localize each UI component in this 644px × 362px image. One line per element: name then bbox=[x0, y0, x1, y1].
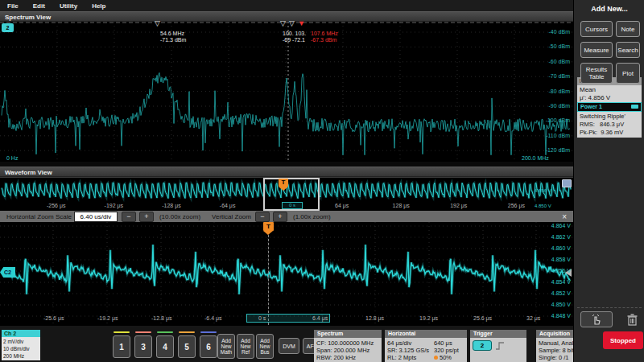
spectrum-plot[interactable]: 2 ▽ ▽ ▽ ▼ 54.6 MHz -71.3 dBm 100. 103. -… bbox=[0, 22, 573, 162]
add-new-math-button[interactable]: AddNewMath bbox=[217, 334, 235, 359]
ch2-badge-line: 2 mV/div bbox=[3, 338, 39, 345]
add-new-label-line: Add bbox=[221, 338, 231, 343]
spectrum-dbm-label: -90 dBm bbox=[549, 103, 570, 109]
marker-a-icon[interactable]: ▽ bbox=[155, 20, 160, 27]
main-tick-label: 32 μs bbox=[526, 315, 540, 322]
spectrum-badge-header: Spectrum bbox=[314, 330, 382, 338]
sidebar-divider bbox=[577, 307, 642, 308]
overview-tick-label: -128 μs bbox=[162, 203, 181, 209]
spectrum-view-title[interactable]: Spectrum View bbox=[0, 11, 573, 22]
add-new-label-line: Ref bbox=[242, 349, 250, 355]
horizontal-zoom-scale-input[interactable] bbox=[74, 212, 118, 222]
channel-4-button[interactable]: 4 bbox=[156, 335, 174, 358]
channel-color-line bbox=[157, 331, 173, 333]
overview-trigger-flag[interactable]: T bbox=[279, 179, 288, 191]
waveform-view-title[interactable]: Waveform View bbox=[0, 167, 573, 177]
spectrum-badge-line: Span: 200.000 MHz bbox=[316, 347, 379, 354]
overview-zoom-icon[interactable] bbox=[562, 179, 572, 187]
spectrum-trace-handle[interactable]: 2 bbox=[2, 23, 14, 32]
menu-help[interactable]: Help bbox=[85, 2, 113, 10]
channel-color-line bbox=[179, 331, 195, 333]
spectrum-dbm-label: -100 dBm bbox=[546, 117, 570, 124]
sidebar-search-button[interactable]: Search bbox=[616, 42, 640, 58]
sidebar-measure-button[interactable]: Measure bbox=[580, 42, 613, 58]
horizontal-badge[interactable]: Horizontal64 μs/div640 μsSR: 3.125 GS/s3… bbox=[385, 330, 467, 362]
sidebar-results-table-button[interactable]: Results Table bbox=[580, 63, 613, 84]
menu-edit[interactable]: Edit bbox=[26, 2, 52, 10]
horizontal-col2-text: 50% bbox=[440, 354, 452, 361]
sidebar-note-button[interactable]: Note bbox=[616, 21, 640, 37]
menu-file[interactable]: File bbox=[0, 2, 26, 10]
sidebar-cursors-button[interactable]: Cursors bbox=[580, 21, 613, 37]
spectrum-dbm-label: -70 dBm bbox=[549, 73, 570, 80]
trigger-badge-body: 2 bbox=[470, 338, 526, 362]
oscilloscope-app: FileEditUtilityHelp Spectrum View 2 ▽ ▽ … bbox=[0, 0, 644, 362]
main-tick-label: 19.2 μs bbox=[419, 315, 438, 322]
close-zoom-bar-icon[interactable]: × bbox=[562, 212, 567, 221]
ch2-badge-line: 10 dBm/div bbox=[3, 345, 39, 352]
add-new-label-line: Add bbox=[260, 338, 270, 343]
main-volt-label: 4.864 V bbox=[551, 223, 571, 229]
spectrum-dbm-label: -60 dBm bbox=[549, 59, 570, 65]
zoom-window-position-label: 0 s bbox=[282, 202, 303, 209]
waveform-overview-strip[interactable]: T 0 s -256 μs-192 μs-128 μs-64 μs64 μs12… bbox=[0, 177, 573, 211]
dvm-button[interactable]: DVM bbox=[279, 338, 299, 354]
main-volt-label: 4.852 V bbox=[551, 290, 571, 297]
touch-hand-icon bbox=[591, 314, 602, 325]
sidebar-plot-button[interactable]: Plot bbox=[616, 63, 640, 84]
ch2-badge-line: 200 MHz bbox=[3, 352, 39, 360]
trigger-source-pill[interactable]: 2 bbox=[473, 340, 492, 351]
power1-badge[interactable]: Power 1 Switching Ripple' RMS: 846.3 μV … bbox=[577, 102, 642, 138]
main-volt-label: 4.858 V bbox=[551, 257, 571, 263]
main-tick-label: 6.4 μs bbox=[312, 315, 328, 322]
zoom-control-bar: Horizontal Zoom Scale − + (10.00x zoom) … bbox=[0, 211, 573, 222]
h-zoom-in-button[interactable]: + bbox=[139, 212, 154, 222]
overview-tick-label: -192 μs bbox=[105, 203, 124, 209]
ch2-badge[interactable]: Ch 22 mV/div10 dBm/div200 MHz bbox=[2, 330, 40, 360]
overview-tick-label: 64 μs bbox=[335, 203, 349, 209]
spectrum-badge-line: RBW: 200 kHz bbox=[316, 354, 379, 361]
main-tick-label: -25.6 μs bbox=[43, 315, 64, 322]
overview-tick-label: -64 μs bbox=[220, 203, 236, 209]
trigger-badge[interactable]: Trigger2 bbox=[470, 330, 526, 362]
channel-5-button[interactable]: 5 bbox=[178, 335, 196, 358]
marker-cluster-readout: 100. 103. -69 -72.1 bbox=[283, 31, 306, 43]
marker-c-icon[interactable]: ▽ bbox=[289, 20, 295, 27]
horizontal-col2: 640 μs bbox=[434, 339, 452, 347]
channel-6-button[interactable]: 6 bbox=[200, 335, 217, 358]
main-tick-label: -12.8 μs bbox=[151, 315, 171, 322]
spectrum-badge[interactable]: SpectrumCF: 100.000000 MHzSpan: 200.000 … bbox=[314, 330, 382, 362]
main-tick-label: 0 s bbox=[258, 315, 266, 322]
overview-volt-label: 4.856 V bbox=[535, 187, 551, 194]
horizontal-col2: 50% bbox=[434, 354, 452, 361]
channel-color-line bbox=[135, 331, 151, 333]
overview-volt-label: 4.850 V bbox=[535, 203, 551, 209]
v-zoom-out-button[interactable]: − bbox=[255, 212, 270, 222]
spectrum-dbm-label: -80 dBm bbox=[549, 88, 570, 95]
add-new-label-line: Math bbox=[221, 349, 232, 355]
overview-tick-label: 256 μs bbox=[508, 203, 525, 209]
spectrum-freq-start-label: 0 Hz bbox=[6, 155, 18, 162]
v-zoom-in-button[interactable]: + bbox=[273, 212, 287, 222]
add-new-ref-button[interactable]: AddNewRef bbox=[237, 334, 254, 359]
h-zoom-out-button[interactable]: − bbox=[122, 212, 136, 222]
channel-1-button[interactable]: 1 bbox=[113, 335, 130, 358]
trash-button[interactable] bbox=[622, 311, 642, 327]
marker-peak1-readout: 54.6 MHz -71.3 dBm bbox=[160, 31, 186, 43]
touch-mode-button[interactable] bbox=[580, 311, 613, 327]
bottom-bar: Ch 22 mV/div10 dBm/div200 MHz13456AddNew… bbox=[0, 325, 573, 362]
h-zoom-factor-label: (10.00x zoom) bbox=[159, 213, 200, 220]
marker-b-icon[interactable]: ▽ bbox=[280, 20, 286, 27]
marker-r-icon[interactable]: ▼ bbox=[298, 20, 305, 27]
add-new-bus-button[interactable]: AddNewBus bbox=[256, 334, 274, 359]
main-trigger-flag[interactable]: T bbox=[263, 222, 274, 235]
spectrum-dbm-label: -50 dBm bbox=[549, 43, 570, 50]
stopped-button[interactable]: Stopped bbox=[603, 331, 643, 349]
channel-color-line bbox=[114, 331, 130, 333]
channel-3-button[interactable]: 3 bbox=[134, 335, 152, 358]
main-tick-label: -6.4 μs bbox=[204, 315, 222, 322]
menu-utility[interactable]: Utility bbox=[52, 2, 85, 10]
horizontal-col1: 64 μs/div bbox=[387, 339, 434, 347]
main-waveform-plot[interactable]: T C2 -25.6 μs-19.2 μs-12.8 μs-6.4 μs0 s6… bbox=[0, 222, 573, 325]
horizontal-badge-row: SR: 3.125 GS/s320 ps/pt bbox=[387, 347, 464, 354]
